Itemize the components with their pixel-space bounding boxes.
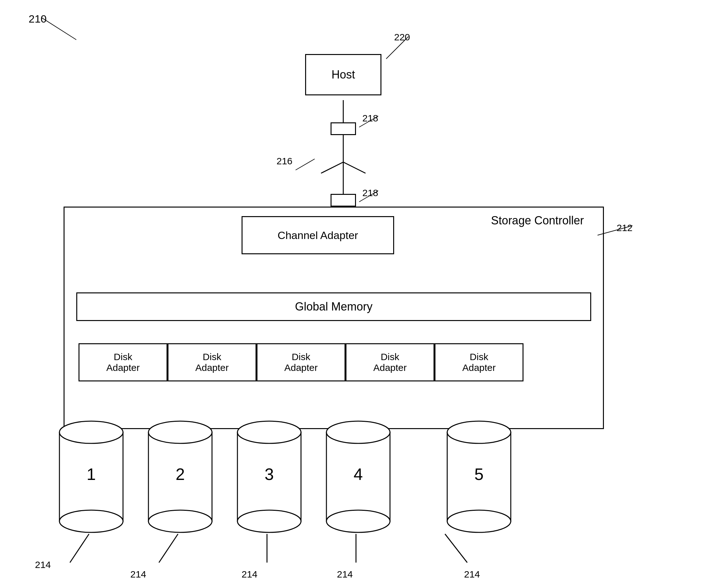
svg-point-33 — [148, 510, 212, 532]
global-memory-label: Global Memory — [295, 300, 372, 313]
svg-line-16 — [70, 534, 89, 563]
svg-line-2 — [321, 162, 343, 173]
channel-adapter-label: Channel Adapter — [277, 229, 358, 241]
svg-point-42 — [326, 421, 390, 443]
svg-line-25 — [296, 159, 315, 170]
svg-text:1: 1 — [87, 465, 96, 483]
svg-point-38 — [237, 421, 301, 443]
svg-text:3: 3 — [265, 465, 274, 483]
fig-210-line — [41, 18, 80, 43]
disk-adapter-5: Disk Adapter — [434, 343, 524, 381]
label-214-1: 214 — [35, 560, 51, 570]
svg-line-20 — [445, 534, 467, 563]
storage-controller-label: Storage Controller — [491, 214, 584, 227]
port-connector-top — [330, 122, 356, 135]
label-214-3: 214 — [241, 569, 257, 580]
svg-point-34 — [148, 421, 212, 443]
disk-1: 1 — [56, 416, 126, 534]
svg-point-41 — [326, 510, 390, 532]
disk-2: 2 — [145, 416, 215, 534]
disk-3: 3 — [234, 416, 304, 534]
label-218-top: 218 — [362, 113, 378, 124]
label-214-4: 214 — [337, 569, 353, 580]
svg-point-30 — [60, 421, 123, 443]
disk-4: 4 — [323, 416, 393, 534]
svg-point-46 — [447, 421, 511, 443]
svg-text:4: 4 — [354, 465, 363, 483]
svg-point-45 — [447, 510, 511, 532]
disk-adapter-1: Disk Adapter — [79, 343, 168, 381]
disk-adapter-4: Disk Adapter — [345, 343, 434, 381]
disk-5: 5 — [444, 416, 514, 534]
svg-text:2: 2 — [176, 465, 185, 483]
label-212: 212 — [617, 223, 633, 233]
label-220: 220 — [394, 32, 410, 43]
disk-adapter-2: Disk Adapter — [168, 343, 256, 381]
disk-adapter-3: Disk Adapter — [256, 343, 345, 381]
fig-label-210: 210 — [28, 13, 47, 25]
label-214-2: 214 — [130, 569, 146, 580]
disk-adapter-3-label: Disk Adapter — [284, 352, 318, 373]
disk-adapter-2-label: Disk Adapter — [195, 352, 229, 373]
label-214-5: 214 — [464, 569, 480, 580]
port-connector-bottom — [330, 194, 356, 207]
disk-adapter-4-label: Disk Adapter — [373, 352, 406, 373]
svg-line-17 — [159, 534, 178, 563]
svg-point-29 — [60, 510, 123, 532]
label-216: 216 — [277, 156, 293, 167]
svg-text:5: 5 — [474, 465, 484, 483]
label-218-bottom: 218 — [362, 188, 378, 198]
svg-point-37 — [237, 510, 301, 532]
disk-adapter-1-label: Disk Adapter — [106, 352, 140, 373]
channel-adapter-box: Channel Adapter — [241, 216, 394, 254]
host-label: Host — [332, 68, 355, 81]
global-memory-box: Global Memory — [76, 292, 591, 321]
svg-line-3 — [343, 162, 365, 173]
disk-adapter-5-label: Disk Adapter — [462, 352, 495, 373]
host-box: Host — [305, 54, 381, 96]
